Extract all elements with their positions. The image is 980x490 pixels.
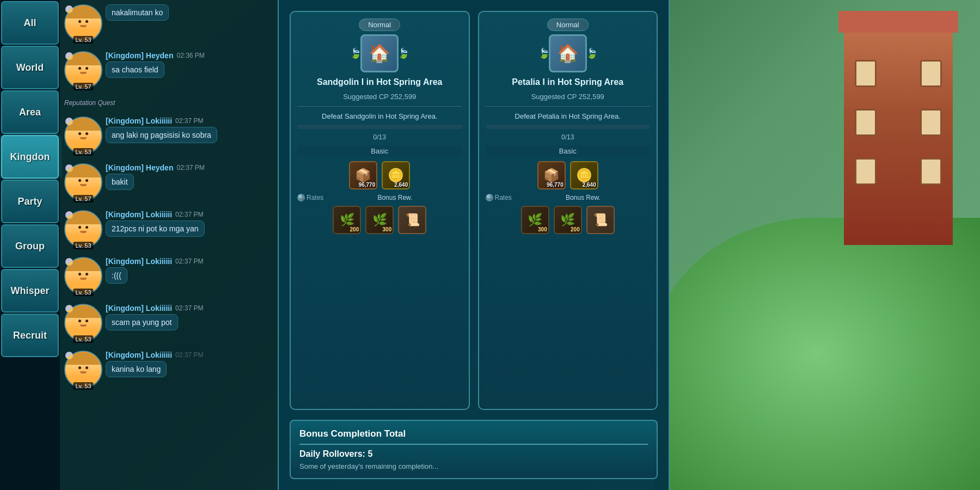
avatar-eye-right <box>85 132 88 135</box>
chat-tab-sidebar: All World Area Kingdon Party Group Whisp… <box>0 0 60 490</box>
tab-whisper[interactable]: Whisper <box>1 269 59 313</box>
message-content: [Kingdom] Lokiiiiii 02:37 PM scam pa yun… <box>106 304 273 330</box>
rates-row: 🔍 Rates Bonus Rew. <box>297 194 462 201</box>
list-item: Lv. 57 🌙 [Kingdom] Heyden 02:37 PM bakit <box>62 161 275 204</box>
message-bubble: :((( <box>106 267 127 284</box>
tab-recruit[interactable]: Recruit <box>1 314 59 357</box>
avatar-eyes <box>78 67 88 70</box>
reward-item-gold: 🪙 2,640 <box>382 161 410 189</box>
bonus-item-count-2: 300 <box>383 226 392 232</box>
avatar-eyes <box>78 20 88 23</box>
building-window-3 <box>855 109 877 136</box>
rates-label: 🔍 Rates <box>486 194 512 201</box>
tab-area[interactable]: Area <box>1 90 59 134</box>
rates-row: 🔍 Rates Bonus Rew. <box>486 194 651 201</box>
moon-icon: 🌙 <box>65 52 73 60</box>
quest-icon-wrapper: 🍃 🏠 🍃 <box>549 34 587 72</box>
sender-name: [Kingdom] Lokiiiiii <box>106 117 172 125</box>
bonus-item-icon-2: 🌿 <box>372 213 387 227</box>
quest-title: Sandgolin I in Hot Spring Area <box>297 77 462 88</box>
quest-card-header: Normal 🍃 🏠 🍃 <box>486 19 651 72</box>
avatar-eye-left <box>78 320 81 322</box>
avatar-level: Lv. 53 <box>73 382 93 390</box>
list-item: Lv. 53 🌙 nakalimutan ko <box>62 2 275 45</box>
tab-group[interactable]: Group <box>1 224 59 268</box>
quest-cp: Suggested CP 252,599 <box>297 93 462 101</box>
message-time: 02:37 PM <box>176 164 204 171</box>
message-header: [Kingdom] Lokiiiiii 02:37 PM <box>106 117 273 125</box>
message-time: 02:37 PM <box>175 117 203 125</box>
tab-kingdom[interactable]: Kingdon <box>1 135 59 179</box>
list-item: Lv. 53 🌙 [Kingdom] Lokiiiiii 02:37 PM sc… <box>62 302 275 344</box>
avatar-eye-left <box>78 67 81 70</box>
message-time: 02:37 PM <box>175 351 203 359</box>
quest-divider <box>297 106 462 107</box>
message-header: [Kingdom] Heyden 02:36 PM <box>106 51 273 60</box>
message-bubble: sa chaos field <box>106 62 164 78</box>
avatar-level: Lv. 53 <box>73 289 93 296</box>
rates-search-icon[interactable]: 🔍 <box>486 194 493 201</box>
reward-items: 📦 96,770 🪙 2,640 <box>297 161 462 189</box>
list-item: Lv. 53 🌙 [Kingdom] Lokiiiiii 02:37 PM ka… <box>62 348 275 391</box>
reward-count-gold: 2,640 <box>394 182 408 188</box>
quest-description: Defeat Petalia in Hot Spring Area. <box>486 112 651 120</box>
tab-all[interactable]: All <box>1 1 59 45</box>
message-header: [Kingdom] Lokiiiiii 02:37 PM <box>106 257 273 266</box>
quest-cp: Suggested CP 252,599 <box>486 93 651 101</box>
bonus-item-2: 🌿 300 <box>365 206 394 234</box>
bonus-item-icon-2: 🌿 <box>560 213 575 227</box>
avatar-wrapper: Lv. 53 🌙 <box>64 257 102 295</box>
leaf-right-icon: 🍃 <box>586 47 598 59</box>
quest-cards-row: Normal 🍃 🏠 🍃 Sandgolin I in Hot Spring A… <box>290 11 658 410</box>
bonus-rollovers: Daily Rollovers: 5 <box>299 449 648 459</box>
tab-party[interactable]: Party <box>1 180 59 223</box>
quest-description: Defeat Sandgolin in Hot Spring Area. <box>297 112 462 120</box>
avatar-eye-right <box>85 67 88 70</box>
message-time: 02:37 PM <box>175 304 203 312</box>
avatar-mouth <box>80 137 87 139</box>
quest-icon-wrapper: 🍃 🏠 🍃 <box>360 34 399 72</box>
avatar-eye-right <box>85 320 88 322</box>
message-time: 02:37 PM <box>175 258 203 265</box>
avatar-mouth <box>80 72 87 74</box>
quest-house-icon: 🏠 <box>549 34 587 72</box>
bonus-item-3: 📜 <box>398 206 426 234</box>
avatar-eye-right <box>85 20 88 23</box>
reward-count-exp: 96,770 <box>359 182 376 188</box>
avatar-eyes <box>78 226 88 229</box>
rates-search-icon[interactable]: 🔍 <box>297 194 305 201</box>
avatar-eyes <box>78 320 88 322</box>
normal-badge: Normal <box>359 19 400 31</box>
avatar-eye-right <box>85 273 88 275</box>
bonus-item-3: 📜 <box>586 206 615 234</box>
bonus-item-1: 🌿 200 <box>333 206 361 234</box>
avatar-mouth <box>80 184 87 186</box>
message-header: [Kingdom] Heyden 02:37 PM <box>106 163 273 172</box>
avatar-eye-left <box>78 366 81 369</box>
list-item: Reputation Quest <box>62 96 275 110</box>
moon-icon: 🌙 <box>65 305 73 313</box>
avatar-eye-left <box>78 132 81 135</box>
avatar-wrapper: Lv. 53 🌙 <box>64 4 102 42</box>
list-item: Lv. 53 🌙 [Kingdom] Lokiiiiii 02:37 PM 21… <box>62 208 275 250</box>
avatar-eye-left <box>78 273 81 275</box>
avatar-mouth <box>80 371 87 373</box>
quest-progress-bar <box>486 125 651 129</box>
moon-icon: 🌙 <box>65 211 73 219</box>
message-content: [Kingdom] Lokiiiiii 02:37 PM :((( <box>106 257 273 284</box>
avatar-wrapper: Lv. 53 🌙 <box>64 304 102 342</box>
avatar-eye-right <box>85 226 88 229</box>
bonus-completion-panel: Bonus Completion Total Daily Rollovers: … <box>290 420 658 479</box>
quest-progress-bar <box>297 125 462 129</box>
quest-card-sandgolin: Normal 🍃 🏠 🍃 Sandgolin I in Hot Spring A… <box>290 11 470 410</box>
quest-divider <box>486 106 651 107</box>
avatar-level: Lv. 57 <box>73 83 93 90</box>
quest-progress-text: 0/13 <box>486 133 651 141</box>
sender-name: [Kingdom] Lokiiiiii <box>106 304 172 313</box>
rates-text: Rates <box>307 194 323 201</box>
bonus-item-count-1: 300 <box>538 226 547 232</box>
bonus-item-count-1: 200 <box>350 226 359 232</box>
tab-world[interactable]: World <box>1 46 59 89</box>
message-bubble: nakalimutan ko <box>106 4 169 21</box>
exp-icon: 📦 <box>543 168 560 183</box>
